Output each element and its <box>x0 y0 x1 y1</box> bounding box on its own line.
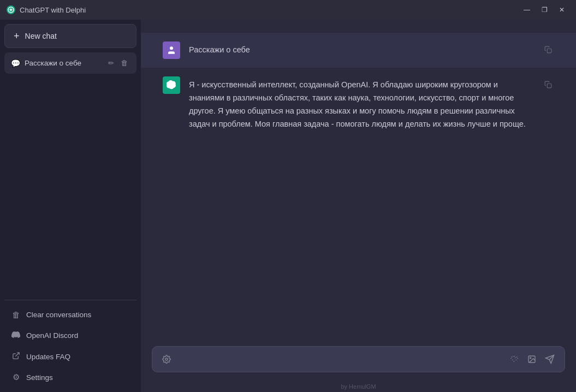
voice-input-button[interactable] <box>508 353 521 366</box>
svg-rect-5 <box>547 49 551 53</box>
settings-icon: ⚙ <box>11 372 21 382</box>
message-row-user: Расскажи о себе <box>141 33 576 68</box>
copy-user-message-button[interactable] <box>542 44 554 57</box>
conversation-actions: ✏ 🗑 <box>106 58 130 68</box>
updates-label: Updates FAQ <box>26 353 70 361</box>
discord-item[interactable]: OpenAI Discord <box>4 325 136 346</box>
conversation-item[interactable]: 💬 Расскажи о себе ✏ 🗑 <box>4 52 136 74</box>
image-button[interactable] <box>525 353 538 366</box>
svg-point-7 <box>165 358 168 360</box>
app-icon <box>7 5 15 14</box>
updates-faq-item[interactable]: Updates FAQ <box>4 346 136 367</box>
minimize-button[interactable]: — <box>519 4 535 16</box>
user-avatar <box>163 41 180 59</box>
settings-label: Settings <box>26 373 53 382</box>
updates-icon <box>11 352 21 361</box>
clear-icon: 🗑 <box>11 310 21 319</box>
discord-label: OpenAI Discord <box>26 331 78 340</box>
input-right-icons <box>508 352 557 366</box>
send-button[interactable] <box>543 352 557 366</box>
copy-ai-message-button[interactable] <box>542 79 554 92</box>
message-input[interactable] <box>179 355 502 364</box>
settings-item[interactable]: ⚙ Settings <box>4 367 136 388</box>
input-box <box>152 346 565 372</box>
messages-container: Расскажи о себе Я - искусственный интелл… <box>141 20 576 340</box>
window-controls: — ❐ ✕ <box>519 4 569 16</box>
svg-point-19 <box>530 358 531 359</box>
svg-rect-6 <box>547 84 551 88</box>
message-row-ai: Я - искусственный интеллект, созданный O… <box>141 68 576 140</box>
ai-avatar <box>163 76 180 94</box>
close-button[interactable]: ✕ <box>554 4 569 16</box>
sidebar: + New chat 💬 Расскажи о себе ✏ 🗑 🗑 Clear… <box>0 20 141 392</box>
delete-conversation-button[interactable]: 🗑 <box>118 58 130 68</box>
new-chat-label: New chat <box>25 32 57 40</box>
clear-conversations-label: Clear conversations <box>26 311 91 319</box>
footer-credit: by HemulGM <box>141 383 576 392</box>
chat-area: Расскажи о себе Я - искусственный интелл… <box>141 20 576 392</box>
settings-input-button[interactable] <box>160 353 173 366</box>
user-message-text: Расскажи о себе <box>189 41 533 57</box>
window-title: ChatGPT with Delphi <box>20 6 86 14</box>
input-area <box>141 340 576 383</box>
svg-line-3 <box>15 353 19 357</box>
maximize-button[interactable]: ❐ <box>537 4 552 16</box>
title-bar: ChatGPT with Delphi — ❐ ✕ <box>0 0 576 20</box>
conversation-list: 💬 Расскажи о себе ✏ 🗑 <box>4 52 136 295</box>
discord-icon <box>11 330 21 341</box>
title-bar-left: ChatGPT with Delphi <box>7 5 86 14</box>
conversation-icon: 💬 <box>11 59 20 68</box>
new-chat-button[interactable]: + New chat <box>4 24 136 48</box>
new-chat-plus-icon: + <box>14 31 20 41</box>
ai-message-text: Я - искусственный интеллект, созданный O… <box>189 76 533 131</box>
conversation-title: Расскажи о себе <box>25 59 102 67</box>
app-body: + New chat 💬 Расскажи о себе ✏ 🗑 🗑 Clear… <box>0 20 576 392</box>
sidebar-bottom: 🗑 Clear conversations OpenAI Discord <box>4 300 136 388</box>
clear-conversations-item[interactable]: 🗑 Clear conversations <box>4 305 136 325</box>
svg-point-4 <box>170 46 173 50</box>
edit-conversation-button[interactable]: ✏ <box>106 58 116 68</box>
